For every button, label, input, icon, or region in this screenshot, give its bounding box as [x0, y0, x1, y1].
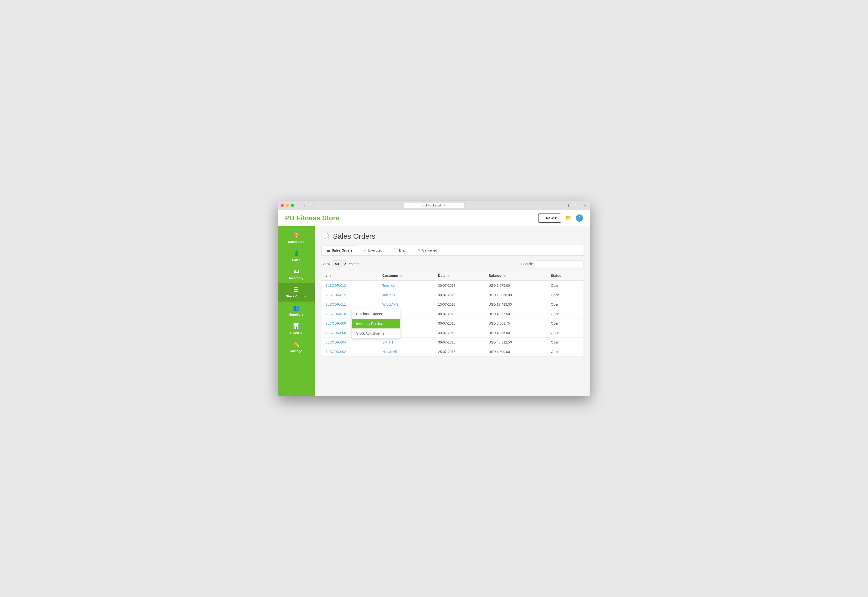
app-chrome: PB Fitness Store + New ▾ 📂 ? 🎨 Dashboard… [278, 210, 590, 396]
titlebar: ‹ › ⬜ profitbooks.net ↻ ⬆ ⬜ + [278, 201, 590, 210]
entries-select[interactable]: 10 25 50 100 [332, 261, 347, 267]
cell-balance: USD 40,312.50 [485, 338, 547, 347]
search-input[interactable] [535, 261, 584, 267]
page-title-icon: 📄 [322, 232, 330, 241]
share-button[interactable]: ⬆ [566, 203, 572, 208]
table-row[interactable]: SLSODR/004 SMITH 30-07-2018 USD 40,312.5… [322, 338, 584, 347]
sidebar-item-stock-control[interactable]: ☰ Stock Control [278, 283, 315, 301]
tab-cancelled[interactable]: ✕ Cancelled [412, 245, 443, 255]
table-row[interactable]: SLSODR/002 Hasan Ali 25-07-2018 USD 4,80… [322, 347, 584, 356]
cell-date: 30-07-2018 [434, 281, 485, 290]
tab-button[interactable]: ⬜ [573, 203, 581, 208]
app-title: PB Fitness Store [285, 214, 339, 222]
cell-number[interactable]: SLSODR/002 [322, 347, 378, 356]
close-button[interactable] [281, 204, 284, 207]
cell-number[interactable]: SLSODR/013 [322, 281, 378, 290]
sidebar: 🎨 Dashboard 💲 Sales 🏷 Inventory ☰ Stock … [278, 226, 315, 396]
table-header-row: # ▲ Customer ⇅ Date ⇅ Balance ⇅ Status [322, 271, 584, 281]
col-number[interactable]: # ▲ [322, 271, 378, 281]
cell-customer: Jon teek [378, 290, 434, 300]
table-row[interactable]: SLSODR/011 WILLIAMS 13-07-2018 USD 17,41… [322, 300, 584, 309]
cell-balance: USD 1,075.00 [485, 281, 547, 290]
table-row[interactable]: SLSODR/013 Tony Ken 30-07-2018 USD 1,075… [322, 281, 584, 290]
sidebar-item-inventory[interactable]: 🏷 Inventory [278, 265, 315, 283]
cell-customer: Hasan Ali [378, 347, 434, 356]
tab-draft[interactable]: 📄 Draft [388, 245, 412, 255]
tab-sales-orders[interactable]: ☰ Sales Orders [322, 245, 358, 255]
sidebar-item-reports[interactable]: 📊 Reports [278, 320, 315, 338]
tab-executed-label: Executed [368, 248, 382, 252]
page-title: Sales Orders [333, 232, 375, 241]
forward-button[interactable]: › [302, 203, 307, 208]
tab-cancelled-label: Cancelled [422, 248, 437, 252]
search-label: Search: [521, 262, 533, 266]
cell-number[interactable]: SLSODR/011 [322, 300, 378, 309]
dropdown-item-stock-adjustments[interactable]: Stock Adjustments [352, 328, 400, 338]
stock-control-icon: ☰ [294, 287, 299, 293]
cell-status: Open [547, 338, 584, 347]
show-label: Show [322, 262, 330, 266]
reload-icon[interactable]: ↻ [444, 204, 446, 207]
cell-customer: Tony Ken [378, 281, 434, 290]
minimize-button[interactable] [286, 204, 289, 207]
tab-executed[interactable]: ✔ Executed [358, 245, 388, 255]
cell-balance: USD 4,800.00 [485, 347, 547, 356]
sidebar-item-sales[interactable]: 💲 Sales [278, 247, 315, 265]
tab-draft-label: Draft [399, 248, 406, 252]
reports-icon: 📊 [293, 323, 299, 330]
tab-executed-icon: ✔ [364, 248, 366, 252]
cell-date: 25-07-2018 [434, 347, 485, 356]
sidebar-toggle-button[interactable]: ⬜ [308, 203, 316, 208]
folder-icon[interactable]: 📂 [565, 215, 572, 221]
dropdown-item-inventory-purchase[interactable]: Inventory Purchase [352, 319, 400, 328]
sidebar-item-label-stock-control: Stock Control [286, 294, 307, 298]
manage-icon: ✏️ [293, 341, 299, 348]
cell-date: 30-07-2018 [434, 338, 485, 347]
sales-icon: 💲 [293, 250, 299, 257]
url-text: profitbooks.net [422, 204, 441, 207]
url-bar[interactable]: profitbooks.net ↻ [404, 203, 465, 208]
cell-date: 08-07-2018 [434, 309, 485, 319]
col-date[interactable]: Date ⇅ [434, 271, 485, 281]
maximize-button[interactable] [291, 204, 294, 207]
new-button[interactable]: + New ▾ [538, 214, 561, 223]
table-row[interactable]: SLSODR/012 Jon teek 30-07-2018 USD 19,35… [322, 290, 584, 300]
suppliers-icon: 👥 [293, 305, 299, 311]
sidebar-item-label-reports: Reports [290, 331, 302, 334]
search-box: Search: [521, 261, 584, 267]
cell-balance: USD 4,085.00 [485, 328, 547, 338]
tabs-bar: ☰ Sales Orders ✔ Executed 📄 Draft ✕ Canc… [322, 245, 584, 256]
tab-draft-icon: 📄 [393, 248, 398, 252]
sidebar-item-label-sales: Sales [292, 258, 300, 262]
plus-button[interactable]: + [582, 203, 587, 208]
cell-date: 30-07-2018 [434, 319, 485, 328]
tab-sales-orders-label: Sales Orders [332, 248, 353, 252]
cell-balance: USD 4,837.50 [485, 309, 547, 319]
app-header: PB Fitness Store + New ▾ 📂 ? [278, 210, 590, 226]
header-actions: + New ▾ 📂 ? [538, 214, 583, 223]
col-customer[interactable]: Customer ⇅ [378, 271, 434, 281]
main-content: 📄 Sales Orders ☰ Sales Orders ✔ Executed… [315, 226, 590, 396]
sidebar-item-label-dashboard: Dashboard [288, 240, 304, 244]
dashboard-icon: 🎨 [293, 232, 299, 238]
back-button[interactable]: ‹ [297, 203, 301, 208]
cell-number[interactable]: SLSODR/004 [322, 338, 378, 347]
tab-sales-orders-icon: ☰ [327, 248, 330, 252]
show-entries: Show 10 25 50 100 entries [322, 261, 359, 267]
col-status: Status [547, 271, 584, 281]
traffic-lights [281, 204, 294, 207]
dropdown-item-purchase-orders[interactable]: Purchase Orders [352, 309, 400, 319]
sidebar-item-label-inventory: Inventory [289, 276, 304, 280]
nav-buttons: ‹ › [297, 203, 307, 208]
col-balance[interactable]: Balance ⇅ [485, 271, 547, 281]
app-window: ‹ › ⬜ profitbooks.net ↻ ⬆ ⬜ + PB Fitness… [278, 201, 590, 396]
help-icon[interactable]: ? [576, 214, 583, 222]
entries-label: entries [349, 262, 359, 266]
cell-balance: USD 19,350.00 [485, 290, 547, 300]
sidebar-item-suppliers[interactable]: 👥 Suppliers [278, 301, 315, 320]
cell-status: Open [547, 319, 584, 328]
sidebar-item-dashboard[interactable]: 🎨 Dashboard [278, 229, 315, 247]
sidebar-item-manage[interactable]: ✏️ Manage [278, 338, 315, 356]
cell-number[interactable]: SLSODR/012 [322, 290, 378, 300]
cell-status: Open [547, 309, 584, 319]
